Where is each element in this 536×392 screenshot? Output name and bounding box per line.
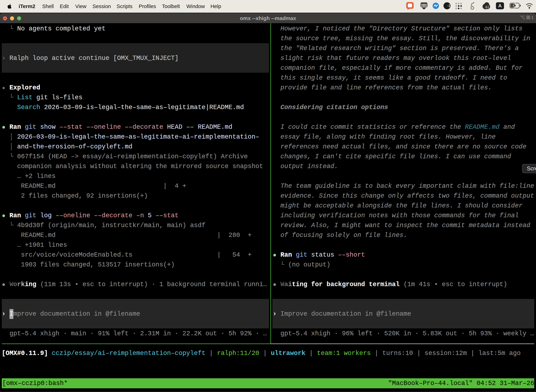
svg-text:1: 1	[531, 15, 534, 20]
svg-text:..61: ..61	[483, 5, 489, 9]
